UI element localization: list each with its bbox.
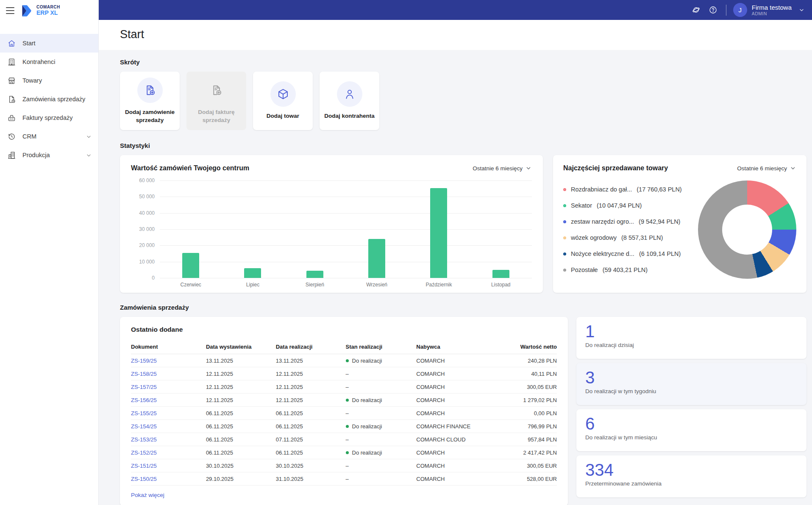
shortcut-icon-bubble (204, 78, 229, 103)
document-cell: ZS-153/25 (131, 433, 206, 446)
table-row[interactable]: ZS-155/2506.11.202506.11.2025–COMARCH0,0… (131, 407, 557, 420)
document-link[interactable]: ZS-159/25 (131, 358, 157, 364)
table-row[interactable]: ZS-158/2512.11.202512.11.2025–COMARCH40,… (131, 367, 557, 380)
kpi-card-do-realizacji-w-tym-tygodniu[interactable]: 3Do realizacji w tym tygodniu (576, 363, 806, 405)
document-link[interactable]: ZS-156/25 (131, 397, 157, 403)
buyer-cell: COMARCH (416, 459, 495, 472)
shortcut-label: Dodaj fakturę sprzedaży (191, 108, 242, 125)
legend-marker-icon (563, 204, 566, 207)
status-dot-icon (346, 359, 349, 362)
document-link[interactable]: ZS-154/25 (131, 423, 157, 430)
shortcut-icon-bubble (270, 81, 296, 107)
due-date-cell: 13.11.2025 (276, 354, 346, 367)
y-tick-label: 40 000 (139, 210, 155, 216)
person-icon (343, 88, 356, 100)
orders-row: Ostatnio dodane DokumentData wystawienia… (120, 317, 806, 505)
sidebar-item-crm[interactable]: CRM (0, 127, 98, 146)
issue-date-cell: 06.11.2025 (206, 433, 276, 446)
help-button[interactable] (707, 4, 719, 16)
main-column: J Firma testowa ADMIN Start Skróty Dodaj… (99, 0, 812, 505)
x-tick-label: Czerwiec (160, 282, 222, 288)
kpi-card-do-realizacji-dzisiaj[interactable]: 1Do realizacji dzisiaj (576, 317, 806, 359)
sidebar-item-start[interactable]: Start (0, 34, 98, 53)
shortcut-dodaj-towar[interactable]: Dodaj towar (253, 72, 313, 130)
table-row[interactable]: ZS-151/2530.10.202530.10.2025–COMARCH300… (131, 459, 557, 472)
legend-item: Sekator(10 047,94 PLN) (563, 202, 693, 209)
legend-marker-icon (563, 188, 566, 191)
document-cell: ZS-154/25 (131, 420, 206, 433)
kpi-label: Do realizacji dzisiaj (585, 342, 798, 348)
document-link[interactable]: ZS-157/25 (131, 384, 157, 390)
legend-name: Rozdrabniacz do gał... (571, 186, 632, 193)
title-bar: Start (99, 20, 812, 50)
app-root: COMARCH ERP XL StartKontrahenciTowaryZam… (0, 0, 812, 505)
sidebar: COMARCH ERP XL StartKontrahenciTowaryZam… (0, 0, 99, 505)
buyer-cell: COMARCH (416, 367, 495, 380)
chart-bar (182, 253, 199, 278)
sidebar-item-produkcja[interactable]: Produkcja (0, 146, 98, 164)
sidebar-item-label: Start (22, 40, 36, 47)
document-link[interactable]: ZS-158/25 (131, 371, 157, 377)
shortcut-icon-bubble (337, 81, 362, 107)
cube-icon (277, 88, 289, 100)
table-row[interactable]: ZS-150/2529.10.202531.10.2025–COMARCH528… (131, 472, 557, 486)
legend-item: Pozostałe(59 403,21 PLN) (563, 266, 693, 273)
top-products-range-select[interactable]: Ostatnie 6 miesięcy (737, 165, 796, 172)
legend-marker-icon (563, 252, 566, 255)
kpi-card-do-realizacji-w-tym-miesi-cu[interactable]: 6Do realizacji w tym miesiącu (576, 409, 806, 451)
top-products-range-label: Ostatnie 6 miesięcy (737, 165, 787, 172)
chevron-down-icon (85, 152, 92, 159)
document-link[interactable]: ZS-155/25 (131, 410, 157, 416)
column-header: Nabywca (416, 340, 495, 354)
document-cell: ZS-152/25 (131, 446, 206, 459)
orders-chart-title: Wartość zamówień Twojego centrum (131, 164, 249, 172)
legend-item: wózek ogrodowy(8 557,31 PLN) (563, 234, 693, 241)
buyer-cell: COMARCH (416, 380, 495, 394)
sidebar-item-faktury-sprzeda-y[interactable]: Faktury sprzedaży (0, 108, 98, 127)
sidebar-item-kontrahenci[interactable]: Kontrahenci (0, 53, 98, 71)
sidebar-item-zam-wienia-sprzeda-y[interactable]: Zamówienia sprzedaży (0, 90, 98, 108)
status-cell: Do realizacji (346, 354, 417, 367)
shortcuts-section-label: Skróty (120, 58, 806, 66)
document-link[interactable]: ZS-153/25 (131, 436, 157, 443)
document-cell: ZS-159/25 (131, 354, 206, 367)
avatar: J (733, 3, 747, 17)
status-cell: – (346, 459, 417, 472)
orders-chart-range-select[interactable]: Ostatnie 6 miesięcy (473, 165, 532, 172)
sidebar-item-label: CRM (22, 133, 36, 140)
document-plus-icon (144, 84, 156, 97)
status-cell: Do realizacji (346, 394, 417, 407)
donut-chart (698, 180, 796, 279)
document-link[interactable]: ZS-152/25 (131, 450, 157, 456)
net-value-cell: 0,00 PLN (495, 407, 557, 420)
x-tick-label: Listopad (470, 282, 532, 288)
show-more-link[interactable]: Pokaż więcej (131, 486, 164, 503)
user-menu[interactable]: J Firma testowa ADMIN (733, 3, 805, 17)
apps-globe-icon[interactable] (690, 4, 702, 16)
buyer-cell: COMARCH CLOUD (416, 433, 495, 446)
buyer-cell: COMARCH FINANCE (416, 420, 495, 433)
document-cell: ZS-151/25 (131, 459, 206, 472)
bar-chart-plot-area (160, 180, 532, 278)
bar-chart: 60 00050 00040 00030 00020 00010 0000 (131, 180, 532, 278)
comarch-logo: COMARCH ERP XL (19, 4, 60, 17)
shortcut-dodaj-kontrahenta[interactable]: Dodaj kontrahenta (320, 72, 379, 130)
table-row[interactable]: ZS-153/2506.11.202507.11.2025–COMARCH CL… (131, 433, 557, 446)
table-row[interactable]: ZS-157/2512.11.202512.11.2025–COMARCH300… (131, 380, 557, 394)
net-value-cell: 796,99 PLN (495, 420, 557, 433)
hamburger-menu-icon[interactable] (6, 7, 14, 14)
kpi-card-przeterminowane-zam-wienia[interactable]: 334Przeterminowane zamówienia (576, 455, 806, 497)
table-row[interactable]: ZS-156/2512.11.202512.11.2025Do realizac… (131, 394, 557, 407)
statistics-section-label: Statystyki (120, 142, 806, 149)
shortcut-dodaj-zam-wienie-sprzeda-y[interactable]: Dodaj zamówienie sprzedaży (120, 72, 180, 130)
sidebar-item-towary[interactable]: Towary (0, 71, 98, 90)
due-date-cell: 06.11.2025 (276, 407, 346, 420)
document-link[interactable]: ZS-150/25 (131, 476, 157, 482)
legend-marker-icon (563, 236, 566, 239)
table-row[interactable]: ZS-154/2506.11.202506.11.2025Do realizac… (131, 420, 557, 433)
table-row[interactable]: ZS-152/2506.11.202506.11.2025Do realizac… (131, 446, 557, 459)
company-name: Firma testowa (752, 4, 792, 11)
document-link[interactable]: ZS-151/25 (131, 463, 157, 469)
chart-bar (244, 268, 261, 278)
table-row[interactable]: ZS-159/2513.11.202513.11.2025Do realizac… (131, 354, 557, 367)
